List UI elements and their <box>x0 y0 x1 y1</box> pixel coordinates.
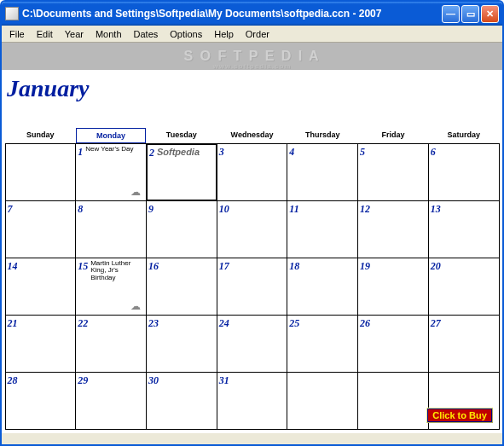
calendar-cell[interactable]: 23 <box>146 315 217 373</box>
day-number: 8 <box>78 203 83 216</box>
calendar-cell[interactable]: 27 <box>428 315 500 373</box>
menu-order[interactable]: Order <box>240 27 275 41</box>
day-number: 10 <box>219 203 229 216</box>
minimize-button[interactable]: — <box>442 5 460 23</box>
calendar-cell[interactable]: 13 <box>428 200 500 258</box>
menu-dates[interactable]: Dates <box>128 27 165 41</box>
day-number: 16 <box>148 260 159 273</box>
day-number: 28 <box>8 374 18 387</box>
menu-options[interactable]: Options <box>164 27 208 41</box>
calendar-cell[interactable]: 3 <box>217 143 288 201</box>
event-label: Martin Luther King, Jr's Birthday <box>90 260 144 282</box>
month-title: January <box>2 70 502 128</box>
calendar-cell[interactable]: 8 <box>75 200 147 258</box>
day-number: 12 <box>360 203 370 216</box>
day-number: 29 <box>78 374 88 387</box>
day-number: 4 <box>289 146 294 159</box>
day-number: 17 <box>219 260 229 273</box>
calendar-grid: 1New Year's Day☁2Softpedia34567891011121… <box>5 143 499 429</box>
day-header[interactable]: Sunday <box>5 128 76 143</box>
day-number: 1 <box>78 146 83 159</box>
day-number: 6 <box>431 146 436 159</box>
day-header[interactable]: Saturday <box>428 128 499 143</box>
watermark-bar: S O F T P E D I A www.softpedia.com <box>2 43 502 70</box>
content-area: January SundayMondayTuesdayWednesdayThur… <box>2 70 502 432</box>
calendar-cell[interactable]: 20 <box>428 258 500 316</box>
calendar-cell[interactable]: 7 <box>5 200 77 258</box>
day-number: 30 <box>148 374 159 387</box>
watermark-url: www.softpedia.com <box>213 62 292 70</box>
menu-help[interactable]: Help <box>208 27 240 41</box>
calendar-cell[interactable]: 4 <box>287 143 358 201</box>
calendar-cell[interactable] <box>5 143 77 201</box>
calendar-cell[interactable]: 28 <box>5 372 77 430</box>
calendar-cell[interactable]: 24 <box>217 315 288 373</box>
day-number: 21 <box>8 317 18 330</box>
menu-month[interactable]: Month <box>90 27 128 41</box>
app-icon <box>5 7 19 20</box>
calendar-cell[interactable] <box>357 372 429 430</box>
calendar-cell[interactable]: 12 <box>357 200 429 258</box>
day-number: 7 <box>8 203 13 216</box>
app-window: C:\Documents and Settings\Softpedia\My D… <box>0 0 504 446</box>
day-number: 20 <box>431 260 441 273</box>
statusbar <box>2 432 502 444</box>
day-number: 18 <box>289 260 299 273</box>
calendar-cell[interactable]: 25 <box>287 315 358 373</box>
day-number: 24 <box>219 317 229 330</box>
calendar-cell[interactable]: 22 <box>75 315 147 373</box>
calendar-cell[interactable]: 16 <box>146 258 217 316</box>
window-controls: — ▭ ✕ <box>442 5 499 23</box>
holiday-icon: ☁ <box>130 186 141 198</box>
calendar-cell[interactable]: 2Softpedia <box>146 143 217 201</box>
calendar-cell[interactable]: 29 <box>75 372 147 430</box>
day-header[interactable]: Monday <box>76 128 147 143</box>
calendar-cell[interactable]: 15Martin Luther King, Jr's Birthday☁ <box>75 258 147 316</box>
day-number: 14 <box>8 260 18 273</box>
day-header[interactable]: Friday <box>358 128 429 143</box>
day-number: 31 <box>219 374 229 387</box>
menu-file[interactable]: File <box>3 27 31 41</box>
cell-watermark: Softpedia <box>157 147 200 157</box>
calendar-cell[interactable]: 17 <box>217 258 288 316</box>
calendar-cell[interactable]: 6 <box>428 143 500 201</box>
day-number: 26 <box>360 317 370 330</box>
buy-button[interactable]: Click to Buy <box>426 408 493 423</box>
calendar-cell[interactable]: 9 <box>146 200 217 258</box>
menu-year[interactable]: Year <box>59 27 90 41</box>
close-button[interactable]: ✕ <box>481 5 499 23</box>
calendar-cell[interactable]: 30 <box>146 372 217 430</box>
calendar-cell[interactable] <box>287 372 358 430</box>
calendar-cell[interactable]: 14 <box>5 258 77 316</box>
menubar: File Edit Year Month Dates Options Help … <box>2 26 502 43</box>
calendar-cell[interactable]: 5 <box>357 143 429 201</box>
calendar-cell[interactable]: 18 <box>287 258 358 316</box>
day-header[interactable]: Thursday <box>287 128 358 143</box>
menu-edit[interactable]: Edit <box>31 27 59 41</box>
day-header[interactable]: Wednesday <box>217 128 287 143</box>
calendar-cell[interactable]: 1New Year's Day☁ <box>75 143 147 201</box>
day-number: 13 <box>431 203 441 216</box>
day-number: 5 <box>360 146 365 159</box>
calendar: SundayMondayTuesdayWednesdayThursdayFrid… <box>2 128 502 432</box>
window-title: C:\Documents and Settings\Softpedia\My D… <box>22 8 442 20</box>
calendar-cell[interactable]: 19 <box>357 258 429 316</box>
calendar-cell[interactable]: 31 <box>217 372 288 430</box>
day-number: 3 <box>219 146 224 159</box>
holiday-icon: ☁ <box>130 300 141 312</box>
event-label: New Year's Day <box>85 146 144 153</box>
day-header[interactable]: Tuesday <box>146 128 217 143</box>
day-number: 22 <box>78 317 88 330</box>
calendar-cell[interactable]: 11 <box>287 200 358 258</box>
maximize-button[interactable]: ▭ <box>461 5 479 23</box>
calendar-cell[interactable]: 21 <box>5 315 77 373</box>
day-number: 25 <box>289 317 299 330</box>
calendar-cell[interactable]: 26 <box>357 315 429 373</box>
day-number: 11 <box>289 203 298 216</box>
calendar-cell[interactable]: 10 <box>217 200 288 258</box>
day-number: 9 <box>148 203 154 216</box>
day-number: 2 <box>149 147 154 159</box>
day-number: 19 <box>360 260 370 273</box>
day-number: 15 <box>78 260 88 273</box>
day-number: 23 <box>148 317 159 330</box>
